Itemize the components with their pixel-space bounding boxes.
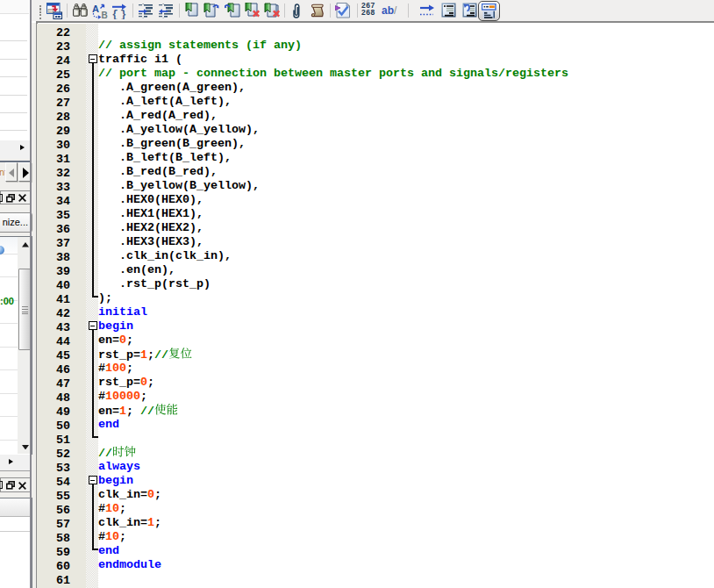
- svg-text:{ }: { }: [112, 9, 127, 19]
- svg-text:A: A: [92, 4, 99, 14]
- svg-text:B: B: [102, 11, 108, 19]
